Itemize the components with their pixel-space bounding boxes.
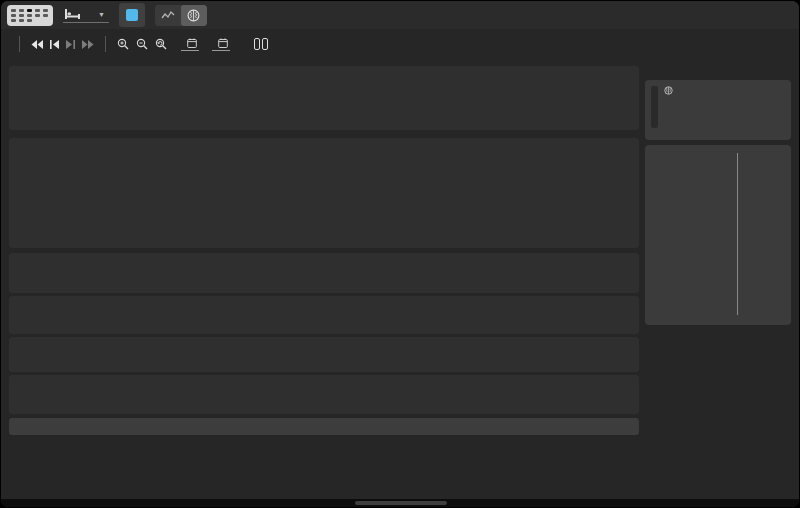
content-area [1, 59, 799, 499]
zoom-reset-icon [155, 38, 167, 50]
top-bar: ▼ [1, 1, 799, 29]
zoom-out-icon [136, 38, 148, 50]
skip-start-button[interactable] [49, 39, 60, 50]
isolation-icon [126, 9, 138, 21]
dci-probability-chart[interactable] [9, 66, 639, 130]
ward-map-icon[interactable] [7, 5, 53, 26]
split-view-icon [254, 38, 268, 50]
zoom-out-button[interactable] [135, 37, 149, 51]
dci-summary-card [645, 80, 791, 140]
art-timeline-chart[interactable] [9, 337, 639, 372]
window-footer [1, 499, 799, 507]
chevron-down-icon: ▼ [98, 11, 105, 18]
calendar-icon[interactable] [187, 38, 197, 48]
main-column [9, 61, 639, 499]
view-toggle [155, 5, 207, 26]
toolbar [1, 29, 799, 59]
side-column [645, 61, 791, 499]
footer-drag-handle[interactable] [355, 501, 447, 505]
mosm-timeline-chart[interactable] [9, 375, 639, 414]
to-datetime-field[interactable] [212, 38, 230, 51]
calendar-icon[interactable] [218, 38, 228, 48]
line-chart-icon [161, 10, 175, 21]
toolbar-divider [19, 36, 20, 52]
icp-timeline-chart[interactable] [9, 296, 639, 334]
brain-view-button[interactable] [181, 5, 207, 26]
skip-end-icon [66, 40, 75, 49]
brain-icon [664, 86, 673, 95]
skip-end-button[interactable] [65, 39, 76, 50]
application-window: ▼ [0, 0, 800, 508]
select-timelines-bottom-button[interactable] [9, 418, 639, 435]
bed-select[interactable]: ▼ [63, 7, 109, 23]
hr-timeline-chart[interactable] [9, 253, 639, 293]
dynamic-contributors-heatmap[interactable] [9, 138, 639, 248]
timeline-view-button[interactable] [155, 5, 181, 26]
from-datetime-field[interactable] [181, 38, 199, 51]
dci-gauge [651, 86, 658, 128]
split-view-toggle[interactable] [249, 38, 268, 50]
isolation-button[interactable] [119, 3, 145, 27]
static-contributors-panel [645, 145, 791, 325]
static-axis-line [737, 153, 738, 315]
fast-forward-icon [82, 40, 94, 49]
toolbar-divider [105, 36, 106, 52]
brain-icon [187, 9, 200, 22]
rewind-button[interactable] [30, 39, 44, 50]
zoom-reset-button[interactable] [154, 37, 168, 51]
rewind-icon [31, 40, 43, 49]
skip-start-icon [50, 40, 59, 49]
fast-forward-button[interactable] [81, 39, 95, 50]
zoom-in-button[interactable] [116, 37, 130, 51]
bed-icon [65, 9, 80, 19]
zoom-in-icon [117, 38, 129, 50]
